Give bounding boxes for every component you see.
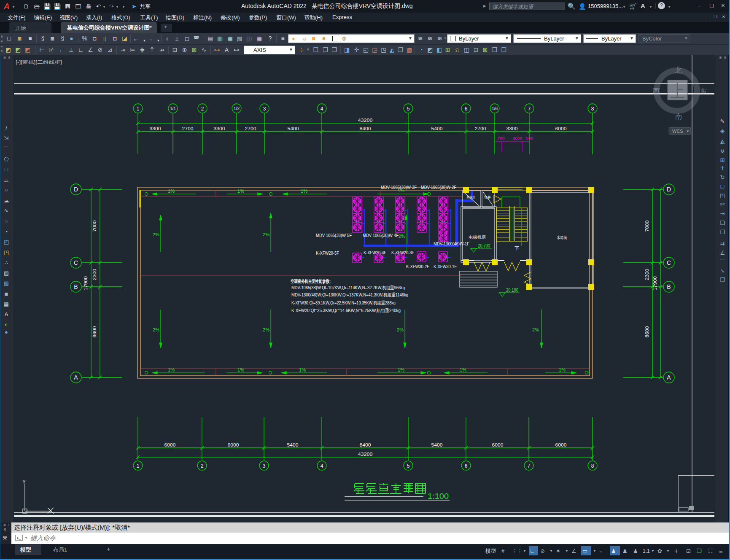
svg-text:6000: 6000 <box>492 442 504 447</box>
svg-text:2700: 2700 <box>245 126 256 131</box>
svg-text:南: 南 <box>675 113 682 121</box>
svg-text:43200: 43200 <box>358 452 373 457</box>
svg-text:5: 5 <box>407 106 410 112</box>
svg-text:K-XFW20-4F: K-XFW20-4F <box>364 250 386 255</box>
svg-text:3300: 3300 <box>214 126 225 131</box>
svg-text:2%: 2% <box>397 327 404 332</box>
svg-text:3300: 3300 <box>150 126 161 131</box>
svg-text:20.100: 20.100 <box>506 287 518 293</box>
svg-text:WCS: WCS <box>672 129 683 134</box>
svg-text:5400: 5400 <box>431 442 443 447</box>
svg-text:MDV-1065(38)W-3F: MDV-1065(38)W-3F <box>381 185 417 190</box>
svg-text:4: 4 <box>321 106 323 112</box>
svg-text:西: 西 <box>653 87 660 95</box>
svg-text:K-XFW20:Ql=25.3KW,Qr=14.6KW,N=: K-XFW20:Ql=25.3KW,Qr=14.6KW,N=6.25KW,机组重… <box>291 308 401 313</box>
svg-text:600: 600 <box>526 136 533 140</box>
svg-text:1%: 1% <box>301 188 307 194</box>
svg-text:K-XFW20-3F: K-XFW20-3F <box>391 250 414 255</box>
svg-text:2: 2 <box>201 106 204 112</box>
svg-text:7: 7 <box>528 106 531 112</box>
svg-text:6: 6 <box>465 106 468 112</box>
svg-text:2700: 2700 <box>182 126 194 131</box>
svg-text:5: 5 <box>407 463 410 469</box>
svg-text:700: 700 <box>498 136 505 140</box>
svg-text:B: B <box>667 283 671 290</box>
svg-text:C: C <box>74 259 78 266</box>
svg-text:2%: 2% <box>532 327 539 332</box>
svg-text:1/1: 1/1 <box>170 106 176 111</box>
svg-text:8400: 8400 <box>360 126 371 131</box>
svg-text:北: 北 <box>675 66 682 74</box>
svg-text:8600: 8600 <box>644 326 649 338</box>
svg-text:1/6: 1/6 <box>492 106 498 111</box>
svg-text:MDV-1065(38)W-5F: MDV-1065(38)W-5F <box>316 233 352 238</box>
svg-text:4: 4 <box>321 463 323 469</box>
svg-text:2%: 2% <box>263 327 269 332</box>
svg-text:▼: ▼ <box>686 129 690 133</box>
svg-text:K-XFW30-1F: K-XFW30-1F <box>434 264 457 269</box>
svg-text:下: 下 <box>515 245 519 250</box>
svg-text:空调水: 空调水 <box>466 195 475 199</box>
svg-text:水箱间: 水箱间 <box>557 235 567 240</box>
svg-text:MDV-1065(38)W-2F: MDV-1065(38)W-2F <box>421 185 456 190</box>
svg-text:东: 东 <box>700 87 707 95</box>
svg-text:A: A <box>74 374 78 381</box>
svg-text:3: 3 <box>263 106 266 112</box>
svg-text:6: 6 <box>465 463 468 469</box>
svg-text:1:100: 1:100 <box>428 492 449 501</box>
svg-text:Y: Y <box>22 479 26 485</box>
svg-text:6000: 6000 <box>228 442 239 447</box>
svg-text:2300: 2300 <box>92 269 97 280</box>
svg-text:C: C <box>667 259 671 266</box>
svg-text:8400: 8400 <box>360 442 371 447</box>
svg-text:2%: 2% <box>399 234 405 239</box>
svg-text:1/2: 1/2 <box>234 106 240 111</box>
svg-text:MDV-1065(38)W-4F: MDV-1065(38)W-4F <box>363 233 399 238</box>
svg-text:2300: 2300 <box>644 269 649 280</box>
svg-text:8: 8 <box>591 106 594 112</box>
svg-text:5400: 5400 <box>288 126 299 131</box>
svg-text:6000: 6000 <box>164 442 176 447</box>
svg-text:D: D <box>74 186 78 193</box>
svg-text:B: B <box>74 283 78 290</box>
svg-text:1%: 1% <box>299 367 306 372</box>
svg-text:[-][俯视][二维线框]: [-][俯视][二维线框] <box>16 59 62 65</box>
svg-text:1: 1 <box>137 106 140 112</box>
svg-text:1%: 1% <box>460 367 466 372</box>
svg-text:1%: 1% <box>559 367 566 372</box>
svg-text:17900: 17900 <box>652 276 657 291</box>
svg-text:2%: 2% <box>153 232 159 237</box>
svg-text:3300: 3300 <box>506 126 518 131</box>
svg-text:1%: 1% <box>168 188 175 194</box>
svg-text:1: 1 <box>137 463 140 469</box>
svg-text:8600: 8600 <box>92 326 97 338</box>
svg-text:7000: 7000 <box>644 221 649 232</box>
svg-text:1%: 1% <box>168 367 175 372</box>
svg-text:5400: 5400 <box>431 126 443 131</box>
svg-text:K-XFW30-2F: K-XFW30-2F <box>406 264 429 269</box>
svg-text:2%: 2% <box>153 327 159 332</box>
svg-text:1%: 1% <box>237 367 244 372</box>
svg-text:K-XFW30:Ql=39.1KW,Qr=22.5KW,N=: K-XFW30:Ql=39.1KW,Qr=22.5KW,N=10.35KW,机组… <box>291 300 396 305</box>
svg-text:5400: 5400 <box>287 442 299 447</box>
svg-text:空调室外机主要性能参数:: 空调室外机主要性能参数: <box>291 279 331 284</box>
svg-text:MDV-1065(38)W:Ql=107KW,Qr=114K: MDV-1065(38)W:Ql=107KW,Qr=114KW,N=32.7KW… <box>291 285 405 290</box>
svg-text:2%: 2% <box>263 232 269 237</box>
svg-text:2700: 2700 <box>475 126 486 131</box>
svg-text:MDV-1300(46)W-1F: MDV-1300(46)W-1F <box>434 241 469 246</box>
svg-text:电梯机房: 电梯机房 <box>469 235 486 240</box>
svg-text:7: 7 <box>528 463 531 469</box>
svg-text:电井: 电井 <box>484 195 491 199</box>
svg-text:3: 3 <box>263 463 266 469</box>
svg-text:6000: 6000 <box>555 126 567 131</box>
svg-text:A: A <box>667 374 671 381</box>
svg-text:1%: 1% <box>237 188 244 194</box>
svg-text:2: 2 <box>201 463 204 469</box>
svg-text:MDV-1300(46)W:Ql=130KW,Qr=137K: MDV-1300(46)W:Ql=130KW,Qr=137KW,N=41.3KW… <box>291 292 408 297</box>
svg-text:2000: 2000 <box>513 136 522 140</box>
svg-text:17900: 17900 <box>83 276 88 291</box>
svg-text:8: 8 <box>591 463 594 469</box>
svg-text:6000: 6000 <box>555 442 567 447</box>
svg-text:43200: 43200 <box>358 118 373 123</box>
svg-text:K-XFW20-5F: K-XFW20-5F <box>316 250 339 256</box>
